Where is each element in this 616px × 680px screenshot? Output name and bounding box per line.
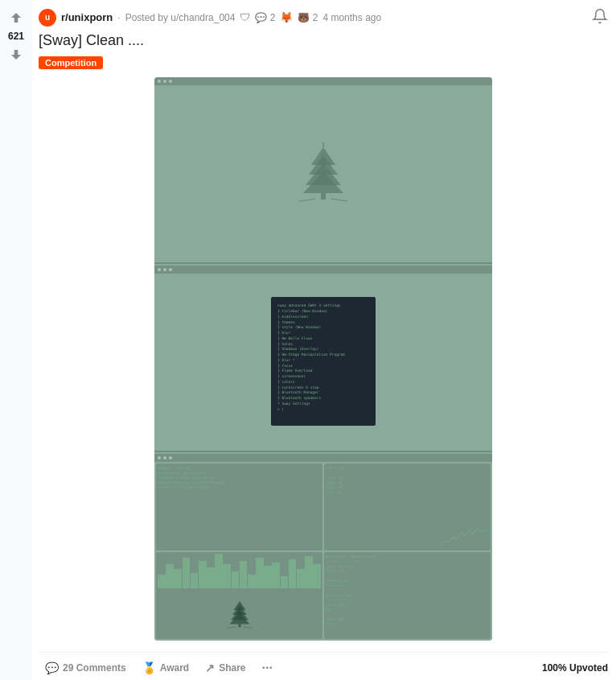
subreddit-name[interactable]: r/unixporn — [61, 11, 113, 23]
bar — [240, 561, 248, 588]
post-time: 4 months ago — [322, 12, 381, 23]
award-label: Award — [160, 662, 189, 674]
titlebar-dot-3 — [169, 80, 172, 83]
svg-rect-12 — [238, 624, 240, 627]
bar — [264, 566, 272, 588]
downvote-button[interactable] — [6, 45, 26, 64]
bar — [215, 554, 223, 587]
ship-small-container — [156, 588, 322, 640]
stats-cell-br: Disk Usage Memory Usage ────────────────… — [324, 552, 491, 639]
bar — [232, 571, 240, 588]
more-icon: ··· — [262, 661, 273, 675]
stats-cell-tl: Reggie Makena Norway/Wind Clean Closer D… — [156, 464, 322, 550]
cpu-chart — [441, 525, 489, 549]
stats-text-tl: Reggie Makena Norway/Wind Clean Closer D… — [156, 464, 322, 550]
svg-line-7 — [331, 199, 347, 201]
post-container: 621 u r/unixporn · Posted by u/chandra_0… — [0, 0, 616, 680]
post-meta-author: Posted by u/chandra_004 — [125, 12, 236, 23]
bar — [281, 576, 289, 588]
comments-label: 29 Comments — [63, 662, 126, 674]
panel-gap-2 — [154, 451, 492, 452]
bar — [191, 573, 199, 588]
svg-line-6 — [299, 199, 315, 201]
award-icon: 🏅 — [142, 661, 156, 674]
panel-3-titlebar — [154, 454, 492, 462]
panel-3-body: Reggie Makena Norway/Wind Clean Closer D… — [154, 462, 492, 641]
post-image[interactable]: sway advanced SWAY 3 settings ├ titlebar… — [154, 77, 492, 641]
share-icon: ↗ — [205, 661, 215, 674]
bar — [313, 564, 321, 588]
subreddit-avatar: u — [39, 9, 56, 27]
panel-1-body — [154, 85, 492, 261]
stats-text-br: Disk Usage Memory Usage ────────────────… — [324, 552, 491, 639]
meta-icon-chat: 💬 2 — [255, 12, 275, 23]
comments-button[interactable]: 💬 29 Comments — [39, 657, 133, 679]
bar — [166, 564, 174, 588]
bar — [305, 556, 313, 588]
stats-cell-bl — [156, 552, 322, 639]
bar-chart — [156, 552, 322, 587]
titlebar-dot-5 — [163, 268, 166, 271]
bar — [199, 561, 207, 588]
titlebar-dot — [158, 80, 161, 83]
titlebar-dot-2 — [163, 80, 166, 83]
separator: · — [117, 12, 120, 23]
screenshot-panel-2: sway advanced SWAY 3 settings ├ titlebar… — [154, 266, 492, 449]
post-content: u r/unixporn · Posted by u/chandra_004 🛡… — [32, 0, 616, 680]
ship-illustration — [291, 141, 355, 205]
titlebar-dot-4 — [158, 268, 161, 271]
bar — [174, 569, 182, 587]
share-label: Share — [219, 662, 245, 674]
screenshot-panel-3: Reggie Makena Norway/Wind Clean Closer D… — [154, 454, 492, 641]
titlebar-dot-9 — [169, 456, 172, 460]
terminal-box: sway advanced SWAY 3 settings ├ titlebar… — [271, 297, 376, 426]
bar — [256, 558, 264, 588]
share-button[interactable]: ↗ Share — [199, 657, 252, 679]
panel-1-titlebar — [154, 77, 492, 85]
award-button[interactable]: 🏅 Award — [136, 657, 195, 679]
svg-line-14 — [244, 627, 252, 628]
stats-cell-tr: CPU Usage cpu1: 22 cpu2: 45 cpu3: 38 cpu… — [324, 464, 491, 550]
post-image-container: sway advanced SWAY 3 settings ├ titlebar… — [39, 77, 608, 641]
flair-container: Competition — [39, 55, 608, 69]
panel-2-titlebar — [154, 266, 492, 274]
more-button[interactable]: ··· — [256, 656, 279, 680]
bar — [183, 558, 191, 588]
upvote-percentage: 100% Upvoted — [542, 662, 608, 674]
titlebar-dot-8 — [163, 456, 166, 460]
bar — [248, 575, 256, 588]
titlebar-dot-6 — [169, 268, 172, 271]
post-footer: 💬 29 Comments 🏅 Award ↗ Share ··· 100% U… — [39, 652, 608, 680]
svg-line-13 — [228, 627, 236, 628]
terminal-content: sway advanced SWAY 3 settings ├ titlebar… — [277, 303, 369, 412]
bar — [158, 575, 166, 588]
post-title: [Sway] Clean .... — [39, 31, 608, 50]
flair-badge[interactable]: Competition — [39, 56, 103, 69]
notification-icon[interactable] — [592, 8, 608, 27]
panel-gap-1 — [154, 262, 492, 264]
comments-icon: 💬 — [45, 661, 59, 674]
meta-icon-fox: 🦊 — [280, 11, 293, 23]
screenshot-panel-1 — [154, 77, 492, 261]
bar — [297, 569, 305, 587]
meta-icon-bear: 🐻 2 — [298, 12, 318, 23]
meta-icon-shield: 🛡 — [240, 11, 250, 23]
vote-count: 621 — [8, 31, 24, 42]
upvote-button[interactable] — [6, 8, 26, 27]
ship-small — [224, 598, 256, 630]
vote-sidebar: 621 — [0, 0, 32, 680]
bar — [289, 559, 297, 588]
panel-2-body: sway advanced SWAY 3 settings ├ titlebar… — [154, 274, 492, 449]
svg-rect-4 — [321, 193, 326, 200]
titlebar-dot-7 — [158, 456, 161, 460]
bar — [223, 564, 231, 588]
post-header: u r/unixporn · Posted by u/chandra_004 🛡… — [39, 8, 608, 27]
bar — [207, 567, 215, 587]
bar — [272, 563, 280, 588]
